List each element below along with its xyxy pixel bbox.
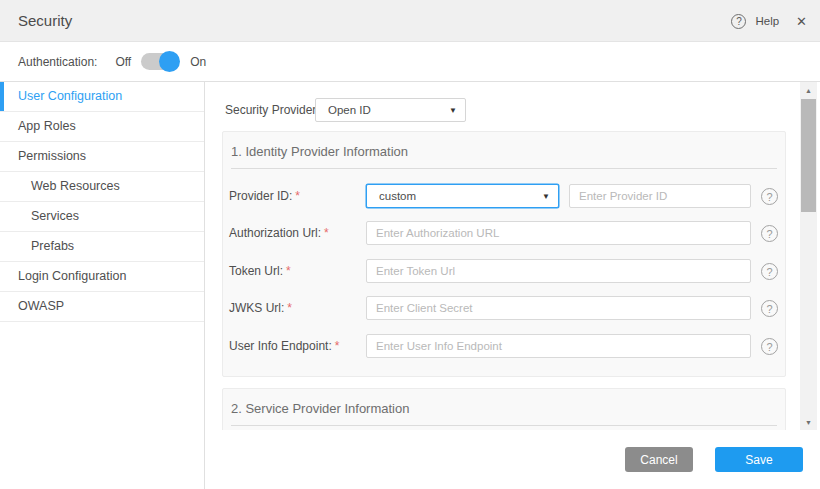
required-asterisk: * <box>324 226 329 240</box>
titlebar: Security ? Help ✕ <box>0 0 820 42</box>
jwks-url-input[interactable] <box>366 296 751 320</box>
titlebar-actions: ? Help ✕ <box>731 0 807 42</box>
field-label: Token Url: <box>229 264 283 278</box>
provider-id-input[interactable] <box>569 184 751 208</box>
scrollbar-thumb[interactable] <box>801 99 816 212</box>
sidebar-item-owasp[interactable]: OWASP <box>0 292 204 322</box>
footer: Cancel Save <box>205 430 820 489</box>
user-info-endpoint-input[interactable] <box>366 334 751 358</box>
field-help-icon[interactable]: ? <box>761 300 778 317</box>
close-icon[interactable]: ✕ <box>796 14 807 29</box>
authorization-url-label: Authorization Url:* <box>229 221 329 245</box>
sidebar-item-label: OWASP <box>18 299 64 313</box>
help-icon[interactable]: ? <box>731 14 746 29</box>
sidebar-item-label: App Roles <box>18 119 76 133</box>
sidebar-item-label: Login Configuration <box>18 269 126 283</box>
authentication-label: Authentication: <box>18 55 97 69</box>
field-label: User Info Endpoint: <box>229 339 332 353</box>
sidebar-item-login-configuration[interactable]: Login Configuration <box>0 262 204 292</box>
provider-id-label: Provider ID:* <box>229 184 300 208</box>
cancel-button[interactable]: Cancel <box>625 447 693 472</box>
page-title: Security <box>18 12 72 29</box>
sidebar-item-services[interactable]: Services <box>0 202 204 232</box>
sidebar-item-label: Prefabs <box>31 239 74 253</box>
scroll-down-icon[interactable]: ▼ <box>800 414 817 430</box>
jwks-url-label: JWKS Url:* <box>229 296 292 320</box>
jwks-url-row: JWKS Url:* ? <box>223 296 785 320</box>
chevron-down-icon: ▼ <box>542 192 558 201</box>
toggle-knob <box>159 51 180 72</box>
required-asterisk: * <box>295 189 300 203</box>
token-url-input[interactable] <box>366 259 751 283</box>
field-help-icon[interactable]: ? <box>761 263 778 280</box>
sidebar-item-label: Permissions <box>18 149 86 163</box>
active-indicator <box>0 82 4 111</box>
sidebar-item-label: Web Resources <box>31 179 120 193</box>
section-title: 1. Identity Provider Information <box>231 144 777 169</box>
help-link[interactable]: Help <box>755 15 779 27</box>
field-help-icon[interactable]: ? <box>761 225 778 242</box>
authentication-row: Authentication: Off On <box>0 42 820 82</box>
service-provider-section: 2. Service Provider Information <box>222 388 786 430</box>
vertical-scrollbar[interactable]: ▲ ▼ <box>800 82 817 430</box>
authorization-url-input[interactable] <box>366 221 751 245</box>
sidebar-item-prefabs[interactable]: Prefabs <box>0 232 204 262</box>
field-label: Provider ID: <box>229 189 292 203</box>
section-title: 2. Service Provider Information <box>231 401 777 426</box>
sidebar-item-user-configuration[interactable]: User Configuration <box>0 82 204 112</box>
save-button[interactable]: Save <box>715 447 803 472</box>
field-label: Authorization Url: <box>229 226 321 240</box>
user-info-endpoint-row: User Info Endpoint:* ? <box>223 334 785 358</box>
security-provider-value: Open ID <box>316 104 449 116</box>
provider-id-select[interactable]: custom ▼ <box>366 184 559 208</box>
sidebar: User Configuration App Roles Permissions… <box>0 82 205 489</box>
authentication-toggle[interactable] <box>141 53 179 70</box>
security-provider-select[interactable]: Open ID ▼ <box>315 98 466 122</box>
provider-id-select-value: custom <box>367 190 542 202</box>
security-provider-label: Security Provider: <box>225 98 320 122</box>
toggle-on-label: On <box>190 55 206 69</box>
sidebar-item-label: Services <box>31 209 79 223</box>
sidebar-item-label: User Configuration <box>18 89 122 103</box>
scroll-up-icon[interactable]: ▲ <box>800 82 817 98</box>
identity-provider-section: 1. Identity Provider Information Provide… <box>222 131 786 377</box>
field-help-icon[interactable]: ? <box>761 188 778 205</box>
provider-id-row: Provider ID:* custom ▼ ? <box>223 184 785 208</box>
required-asterisk: * <box>286 264 291 278</box>
required-asterisk: * <box>335 339 340 353</box>
field-label: JWKS Url: <box>229 301 284 315</box>
token-url-label: Token Url:* <box>229 259 291 283</box>
required-asterisk: * <box>287 301 292 315</box>
sidebar-item-permissions[interactable]: Permissions <box>0 142 204 172</box>
authorization-url-row: Authorization Url:* ? <box>223 221 785 245</box>
token-url-row: Token Url:* ? <box>223 259 785 283</box>
sidebar-item-web-resources[interactable]: Web Resources <box>0 172 204 202</box>
chevron-down-icon: ▼ <box>449 106 465 115</box>
main-content: Security Provider: Open ID ▼ 1. Identity… <box>205 82 820 430</box>
user-info-endpoint-label: User Info Endpoint:* <box>229 334 339 358</box>
sidebar-item-app-roles[interactable]: App Roles <box>0 112 204 142</box>
field-help-icon[interactable]: ? <box>761 338 778 355</box>
toggle-off-label: Off <box>115 55 131 69</box>
